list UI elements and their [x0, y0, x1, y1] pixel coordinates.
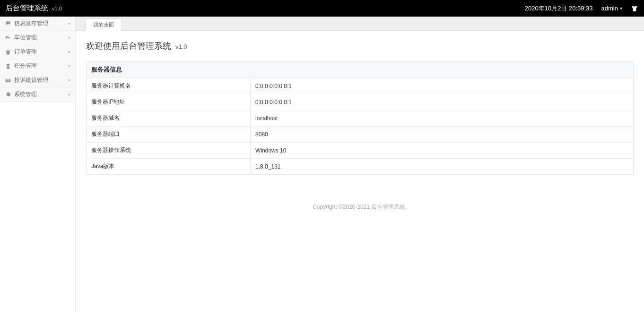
chevron-down-icon: ▾	[68, 92, 70, 97]
header-datetime: 2020年10月2日 20:59:33	[525, 4, 593, 13]
table-row: 服务器端口8080	[87, 126, 634, 143]
sidebar-item-label: 车位管理	[14, 34, 68, 42]
table-row: Java版本1.8.0_131	[87, 159, 634, 175]
gear-icon	[5, 91, 11, 98]
row-label: 服务器域名	[87, 110, 251, 126]
top-header: 后台管理系统 v1.0 2020年10月2日 20:59:33 admin ▾	[0, 0, 644, 17]
row-value: 8080	[251, 126, 634, 143]
sidebar-item-label: 投诉建议管理	[14, 76, 68, 84]
header-left: 后台管理系统 v1.0	[6, 4, 62, 13]
header-right: 2020年10月2日 20:59:33 admin ▾	[525, 4, 638, 13]
sidebar-item-5[interactable]: 系统管理▾	[0, 88, 75, 102]
table-row: 服务器计算机名0:0:0:0:0:0:0:1	[87, 78, 634, 94]
row-value: 0:0:0:0:0:0:0:1	[251, 94, 634, 110]
sidebar-item-1[interactable]: 车位管理▾	[0, 31, 75, 45]
row-label: 服务器IP地址	[87, 94, 251, 110]
welcome-heading: 欢迎使用后台管理系统 v1.0	[86, 40, 634, 52]
sidebar-item-3[interactable]: 积分管理▾	[0, 59, 75, 73]
welcome-version: v1.0	[175, 43, 187, 50]
clipboard-icon	[5, 49, 11, 55]
row-value: 1.8.0_131	[251, 159, 634, 175]
table-row: 服务器操作系统Windows 10	[87, 143, 634, 159]
comment-icon	[5, 20, 11, 27]
table-row: 服务器域名localhost	[87, 110, 634, 126]
sidebar-item-label: 积分管理	[14, 62, 68, 70]
tab-bar: 我的桌面	[76, 17, 644, 31]
app-version: v1.0	[52, 6, 62, 11]
sidebar-item-label: 系统管理	[14, 90, 68, 98]
chevron-down-icon: ▾	[620, 6, 622, 11]
server-info-caption: 服务器信息	[86, 61, 634, 78]
server-info-table: 服务器信息 服务器计算机名0:0:0:0:0:0:0:1服务器IP地址0:0:0…	[86, 61, 634, 175]
app-title: 后台管理系统	[6, 4, 48, 13]
sidebar: 信息发布管理▾车位管理▾订单管理▾积分管理▾投诉建议管理▾系统管理▾	[0, 17, 76, 312]
sidebar-item-0[interactable]: 信息发布管理▾	[0, 17, 75, 31]
mail-icon	[5, 77, 11, 84]
theme-icon[interactable]	[631, 5, 638, 12]
sidebar-item-label: 信息发布管理	[14, 19, 68, 27]
welcome-text: 欢迎使用后台管理系统	[86, 41, 171, 51]
hourglass-icon	[5, 63, 11, 70]
tab-desktop[interactable]: 我的桌面	[85, 18, 122, 31]
row-label: 服务器端口	[87, 126, 251, 143]
row-label: 服务器操作系统	[87, 143, 251, 159]
row-label: 服务器计算机名	[87, 78, 251, 94]
row-value: localhost	[251, 110, 634, 126]
row-value: Windows 10	[251, 143, 634, 159]
truck-icon	[5, 35, 11, 41]
footer-copyright: Copyright ©2020-2021 后台管理系统.	[86, 189, 634, 216]
sidebar-item-4[interactable]: 投诉建议管理▾	[0, 73, 75, 88]
sidebar-item-2[interactable]: 订单管理▾	[0, 45, 75, 59]
row-value: 0:0:0:0:0:0:0:1	[251, 78, 634, 94]
tab-label: 我的桌面	[93, 21, 114, 28]
chevron-down-icon: ▾	[68, 49, 70, 54]
row-label: Java版本	[87, 159, 251, 175]
chevron-down-icon: ▾	[68, 21, 70, 26]
chevron-down-icon: ▾	[68, 35, 70, 40]
chevron-down-icon: ▾	[68, 63, 70, 69]
main-content: 欢迎使用后台管理系统 v1.0 服务器信息 服务器计算机名0:0:0:0:0:0…	[76, 31, 644, 312]
sidebar-item-label: 订单管理	[14, 48, 68, 56]
chevron-down-icon: ▾	[68, 78, 70, 83]
table-row: 服务器IP地址0:0:0:0:0:0:0:1	[87, 94, 634, 110]
user-menu[interactable]: admin ▾	[601, 5, 622, 12]
user-name: admin	[601, 5, 618, 12]
